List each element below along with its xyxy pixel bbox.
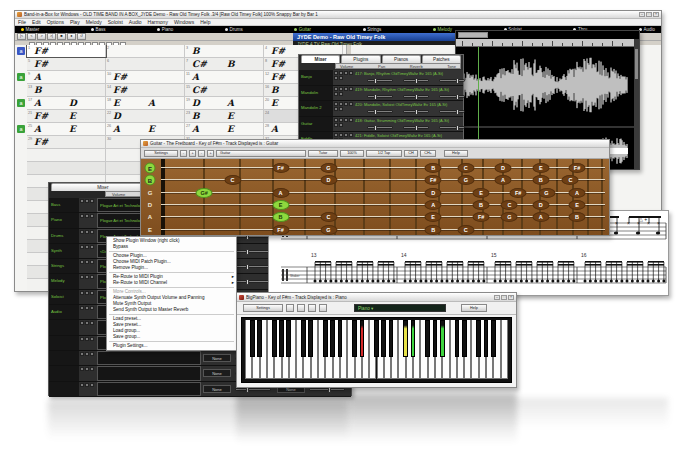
plugins-slider[interactable] (235, 265, 271, 268)
mini-box[interactable] (85, 291, 89, 295)
plugin-slot-button[interactable] (97, 351, 201, 365)
black-key-20[interactable] (455, 320, 460, 357)
chord-cell-bar-14[interactable]: 14F# (106, 84, 185, 96)
mini-box[interactable] (334, 102, 338, 106)
mini-box[interactable] (334, 71, 338, 75)
plugins-slider[interactable] (235, 388, 271, 391)
plugins-track-name[interactable] (49, 320, 79, 334)
slider-thumb[interactable] (415, 109, 418, 115)
context-menu-item-13[interactable]: Send Synth Output to Master Reverb (107, 307, 236, 313)
transport-button-6[interactable]: ↺ (77, 33, 86, 40)
black-key-15-highlighted[interactable] (403, 320, 408, 357)
mini-box[interactable] (339, 92, 343, 96)
mini-box[interactable] (80, 260, 84, 264)
mini-box[interactable] (339, 102, 343, 106)
mini-box[interactable] (334, 123, 338, 127)
mixer-tab-plugins[interactable]: Plugins (341, 55, 380, 63)
chord-cell-bar-7[interactable]: 7C#B (185, 58, 264, 70)
minimize-button[interactable]: – (494, 295, 500, 300)
plugins-track-name[interactable]: Soloist (49, 290, 79, 304)
mini-box[interactable] (339, 133, 343, 137)
mini-box[interactable] (334, 107, 338, 111)
black-key-14[interactable] (389, 320, 394, 357)
mini-box[interactable] (90, 275, 94, 279)
mini-box[interactable] (339, 87, 343, 91)
transport-button-3[interactable]: >| (47, 33, 56, 40)
mini-box[interactable] (85, 245, 89, 249)
plugins-track-name[interactable]: Audio (49, 305, 79, 319)
mixer-track-name[interactable]: Guitar (299, 117, 333, 132)
fretboard-chplus-button[interactable]: CH+ (420, 150, 436, 157)
transport-button-0[interactable]: |< (17, 33, 26, 40)
mini-box[interactable] (90, 337, 94, 341)
fretboard-help-button[interactable]: Help (444, 150, 468, 157)
black-key-21[interactable] (462, 320, 467, 357)
mini-box[interactable] (85, 260, 89, 264)
bigpiano-opt1-button[interactable] (286, 304, 294, 312)
biab-titlebar[interactable]: Band-in-a-Box for Windows - OLD TIME BAN… (15, 11, 661, 19)
black-key-4[interactable] (286, 320, 291, 357)
mini-box[interactable] (339, 118, 343, 122)
mini-box[interactable] (90, 306, 94, 310)
mini-box[interactable] (344, 87, 348, 91)
fret-shift-left[interactable]: - (198, 150, 205, 157)
fretboard-titlebar[interactable]: Guitar - The Fretboard - Key of F#m - Tr… (141, 140, 609, 148)
plugins-track-name[interactable] (49, 351, 79, 365)
menu-item-melody[interactable]: Melody (83, 19, 105, 25)
black-key-23[interactable] (484, 320, 489, 357)
transport-button-4[interactable]: ■ (57, 33, 66, 40)
slider-thumb[interactable] (374, 125, 377, 131)
audio-timeline-ruler[interactable] (456, 39, 634, 47)
slider-thumb[interactable] (415, 94, 418, 100)
black-key-2[interactable] (272, 320, 277, 357)
plugins-track-name[interactable] (49, 382, 79, 396)
slider-thumb[interactable] (415, 78, 418, 84)
black-key-0[interactable] (250, 320, 255, 357)
mixer-slider[interactable] (367, 95, 393, 98)
track-button-strings[interactable]: Strings (363, 27, 382, 32)
mixer-track-name[interactable]: Mandolin (299, 86, 333, 101)
mini-box[interactable] (80, 291, 84, 295)
plugins-slider[interactable] (235, 250, 271, 253)
chord-cell-bar-15[interactable]: 15C# (185, 84, 264, 96)
mini-box[interactable] (80, 337, 84, 341)
chord-cell-bar-18[interactable]: 18EA (106, 97, 185, 109)
slider-thumb[interactable] (374, 109, 377, 115)
chord-cell-bar-17[interactable]: 17AD (27, 97, 106, 109)
chord-cell-bar-19[interactable]: 19DA (185, 97, 264, 109)
slider-thumb[interactable] (374, 94, 377, 100)
mini-box[interactable] (85, 321, 89, 325)
fretboard-ch-button[interactable]: CH (404, 150, 418, 157)
mini-box[interactable] (85, 367, 89, 371)
mini-box[interactable] (344, 133, 348, 137)
mini-box[interactable] (90, 352, 94, 356)
context-menu-item-18[interactable]: Save group... (107, 334, 236, 340)
menu-item-play[interactable]: Play (67, 19, 83, 25)
maximize-button[interactable]: □ (501, 295, 507, 300)
mini-box[interactable] (80, 367, 84, 371)
mini-box[interactable] (80, 306, 84, 310)
chord-cell-bar-25[interactable]: 25AE (27, 123, 106, 135)
plugins-track-name[interactable]: Piano (49, 213, 79, 227)
mixer-slider[interactable] (403, 126, 429, 129)
chord-cell-bar-22[interactable]: 22D (106, 110, 185, 122)
chord-cell-bar-21[interactable]: 21F#E (27, 110, 106, 122)
part-marker[interactable]: a (17, 99, 25, 107)
fretboard-zoom-label[interactable]: 100% (340, 150, 364, 157)
mini-box[interactable] (334, 118, 338, 122)
bigpiano-titlebar[interactable]: BigPiano - Key of F#m - Track Displayed … (237, 293, 516, 302)
slider-thumb[interactable] (246, 279, 249, 285)
bigpiano-help-button[interactable]: Help (461, 304, 487, 312)
mixer-slider[interactable] (367, 110, 393, 113)
plugins-slider[interactable] (309, 388, 345, 391)
bigpiano-opt3-button[interactable] (308, 304, 316, 312)
plugin-none-button[interactable]: None (203, 385, 231, 393)
mini-box[interactable] (339, 76, 343, 80)
track-button-bass[interactable]: Bass (91, 27, 106, 32)
close-button[interactable]: × (653, 12, 659, 17)
mixer-slider[interactable] (439, 110, 465, 113)
chord-cell-bar-1[interactable]: 1F# (27, 45, 106, 57)
chord-cell-bar-5[interactable]: 5F# (27, 58, 106, 70)
mixer-tab-patches[interactable]: Patches (422, 55, 461, 63)
black-key-24[interactable] (491, 320, 496, 357)
